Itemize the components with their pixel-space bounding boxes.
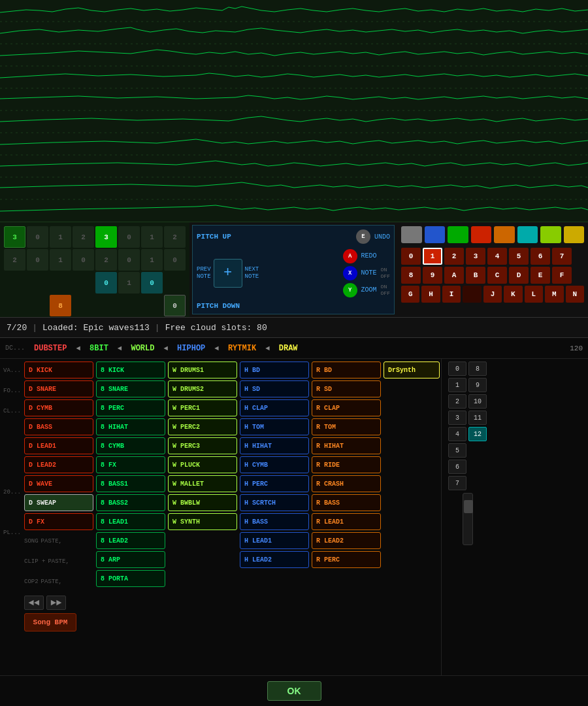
ok-button[interactable]: OK — [267, 681, 321, 701]
inst-d-wave[interactable]: D WAVE — [24, 475, 93, 492]
inst-w-perc3[interactable]: W PERC3 — [168, 437, 237, 454]
inst-w-perc2[interactable]: W PERC2 — [168, 418, 237, 435]
inst-w-drums1[interactable]: W DRUMS1 — [168, 361, 237, 378]
note-btn[interactable]: X — [343, 266, 357, 280]
inst-r-sd[interactable]: R SD — [312, 380, 381, 397]
color-btn-red[interactable] — [471, 226, 492, 243]
tab-dubstep[interactable]: DUBSTEP — [30, 342, 71, 355]
inst-w-perc1[interactable]: W PERC1 — [168, 399, 237, 416]
snb-8[interactable]: 8 — [468, 361, 487, 376]
snb-1[interactable]: 1 — [448, 378, 466, 392]
num-btn-2[interactable]: 2 — [444, 248, 464, 265]
num-cell[interactable]: 0 — [73, 249, 94, 271]
num-btn-8[interactable]: 8 — [401, 267, 421, 284]
inst-8-lead1[interactable]: 8 LEAD1 — [96, 513, 165, 530]
num-cell[interactable]: 0 — [95, 272, 117, 294]
inst-w-drums2[interactable]: W DRUMS2 — [168, 380, 237, 397]
inst-d-lead1[interactable]: D LEAD1 — [24, 437, 93, 454]
inst-h-cymb[interactable]: H CYMB — [240, 456, 309, 473]
num-cell[interactable]: 0 — [118, 226, 140, 248]
color-btn-lime[interactable] — [540, 226, 561, 243]
inst-r-crash[interactable]: R CRASH — [312, 475, 381, 492]
inst-h-bass[interactable]: H BASS — [240, 513, 309, 530]
num-btn-N[interactable]: N — [566, 286, 584, 303]
num-btn-H[interactable]: H — [421, 286, 440, 303]
inst-w-pluck[interactable]: W PLUCK — [168, 456, 237, 473]
inst-8-bass1[interactable]: 8 BASS1 — [96, 475, 165, 492]
num-btn-A[interactable]: A — [444, 267, 464, 284]
inst-8-bass2[interactable]: 8 BASS2 — [96, 494, 165, 511]
inst-r-clap[interactable]: R CLAP — [312, 399, 381, 416]
tab-draw[interactable]: DRAW — [275, 342, 302, 355]
num-btn-M[interactable]: M — [545, 286, 563, 303]
inst-8-fx[interactable]: 8 FX — [96, 456, 165, 473]
redo-btn[interactable]: A — [343, 249, 357, 263]
num-cell[interactable]: 8 — [50, 295, 71, 316]
num-btn-C[interactable]: C — [487, 267, 507, 284]
color-btn-orange[interactable] — [494, 226, 515, 243]
num-cell[interactable]: 0 — [164, 295, 186, 316]
inst-r-ride[interactable]: R RIDE — [312, 456, 381, 473]
inst-d-snare[interactable]: D SNARE — [24, 380, 93, 397]
inst-r-lead1[interactable]: R LEAD1 — [312, 513, 381, 530]
num-btn-K[interactable]: K — [504, 286, 522, 303]
inst-d-fx[interactable]: D FX — [24, 513, 93, 530]
inst-d-kick[interactable]: D KICK — [24, 361, 93, 378]
tab-hiphop[interactable]: HIPHOP — [173, 342, 209, 355]
inst-r-lead2[interactable]: R LEAD2 — [312, 532, 381, 549]
snb-10[interactable]: 10 — [468, 394, 487, 409]
tab-rytmik[interactable]: RYTMIK — [224, 342, 260, 355]
zoom-btn[interactable]: Y — [343, 283, 357, 297]
num-cell[interactable]: 3 — [4, 226, 25, 248]
num-btn-9[interactable]: 9 — [423, 267, 442, 284]
color-btn-cyan[interactable] — [517, 226, 538, 243]
inst-d-cymb[interactable]: D CYMB — [24, 399, 93, 416]
snb-12[interactable]: 12 — [468, 427, 487, 441]
snb-0[interactable]: 0 — [448, 361, 466, 376]
undo-btn[interactable]: E — [356, 229, 370, 244]
num-cell[interactable]: 0 — [164, 249, 186, 271]
num-cell[interactable]: 1 — [50, 226, 71, 248]
color-btn-yellow[interactable] — [564, 226, 585, 243]
num-cell[interactable]: 2 — [95, 249, 117, 271]
num-cell[interactable]: 0 — [141, 272, 163, 294]
tab-8bit[interactable]: 8BIT — [86, 342, 112, 355]
inst-d-lead2[interactable]: D LEAD2 — [24, 456, 93, 473]
inst-h-hihat[interactable]: H HIHAT — [240, 437, 309, 454]
num-cell[interactable]: 0 — [27, 226, 48, 248]
num-btn-4[interactable]: 4 — [487, 248, 507, 265]
num-cell[interactable]: 1 — [141, 249, 163, 271]
num-btn-D[interactable]: D — [509, 267, 529, 284]
inst-drsynth[interactable]: DrSynth — [384, 361, 440, 378]
num-btn-1[interactable]: 1 — [423, 248, 442, 265]
color-btn-blue[interactable] — [425, 226, 446, 243]
snb-5[interactable]: 5 — [448, 443, 466, 458]
inst-h-tom[interactable]: H TOM — [240, 418, 309, 435]
num-cell[interactable]: 0 — [118, 249, 140, 271]
num-cell[interactable]: 3 — [95, 226, 117, 248]
num-btn-5[interactable]: 5 — [509, 248, 529, 265]
inst-r-bass[interactable]: R BASS — [312, 494, 381, 511]
inst-r-tom[interactable]: R TOM — [312, 418, 381, 435]
inst-8-hihat[interactable]: 8 HIHAT — [96, 418, 165, 435]
num-cell[interactable]: 2 — [73, 226, 94, 248]
song-bpm-btn[interactable]: Song BPM — [24, 613, 76, 631]
num-btn-3[interactable]: 3 — [466, 248, 485, 265]
num-cell[interactable]: 1 — [141, 226, 163, 248]
num-btn-F[interactable]: F — [552, 267, 572, 284]
inst-8-perc[interactable]: 8 PERC — [96, 399, 165, 416]
num-cell[interactable]: 2 — [164, 226, 186, 248]
num-btn-B[interactable]: B — [466, 267, 485, 284]
arrow-center[interactable]: + — [214, 259, 242, 288]
num-cell[interactable]: 1 — [50, 249, 71, 271]
inst-8-kick[interactable]: 8 KICK — [96, 361, 165, 378]
inst-h-sd[interactable]: H SD — [240, 380, 309, 397]
inst-w-mallet[interactable]: W MALLET — [168, 475, 237, 492]
color-btn-gray[interactable] — [401, 226, 422, 243]
inst-h-perc[interactable]: H PERC — [240, 475, 309, 492]
nav-prev[interactable]: ◄◄ — [24, 596, 44, 610]
num-cell[interactable]: 0 — [27, 249, 48, 271]
num-cell[interactable]: 1 — [118, 272, 140, 294]
snb-9[interactable]: 9 — [468, 378, 487, 392]
num-btn-J[interactable]: J — [483, 286, 502, 303]
